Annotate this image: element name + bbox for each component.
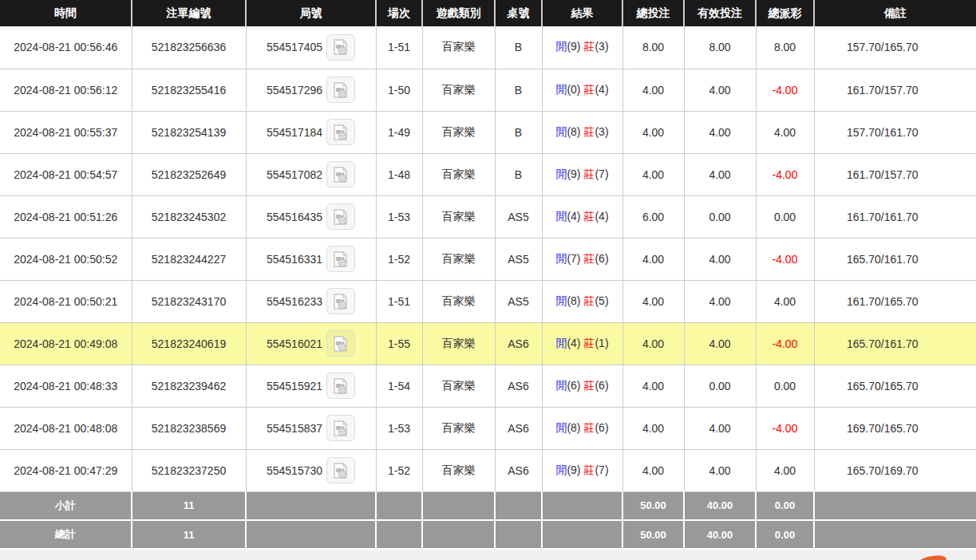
bet-id-cell: 521823254139 — [132, 111, 246, 153]
table-row[interactable]: 2024-08-21 00:48:08 521823238569 5545158… — [0, 407, 976, 449]
table-row[interactable]: 2024-08-21 00:54:57 521823252649 5545170… — [0, 153, 976, 195]
result-player-label: 閒 — [555, 337, 567, 349]
remark-cell: 165.70/161.70 — [814, 238, 976, 280]
result-cell: 閒(6) 莊(6) — [542, 365, 622, 407]
table-no-cell: AS5 — [495, 238, 542, 280]
video-replay-button[interactable] — [326, 161, 355, 187]
summary-row: 小計 11 50.00 40.00 0.00 — [0, 491, 976, 520]
table-body: 2024-08-21 00:56:46 521823256636 5545174… — [0, 26, 976, 491]
time-cell: 2024-08-21 00:54:57 — [0, 153, 132, 195]
round-number: 554516021 — [267, 337, 322, 350]
result-banker-score: (4) — [595, 210, 608, 223]
round-number: 554516233 — [267, 295, 322, 308]
session-cell: 1-55 — [376, 322, 422, 365]
video-replay-button[interactable] — [326, 34, 355, 61]
video-replay-button[interactable] — [326, 288, 355, 314]
round-number: 554517405 — [267, 41, 322, 53]
table-row[interactable]: 2024-08-21 00:50:52 521823244227 5545163… — [0, 238, 976, 280]
bet-id-cell: 521823256636 — [132, 26, 246, 69]
result-banker-label: 莊 — [583, 83, 595, 96]
table-no-cell: B — [495, 153, 542, 195]
game-type-cell: 百家樂 — [422, 322, 495, 365]
valid-bet-cell: 8.00 — [684, 26, 756, 69]
video-replay-button[interactable] — [326, 457, 355, 483]
table-row[interactable]: 2024-08-21 00:48:33 521823239462 5545159… — [0, 365, 976, 407]
video-replay-button[interactable] — [326, 203, 355, 230]
table-row[interactable]: 2024-08-21 00:47:29 521823237250 5545157… — [0, 449, 976, 491]
remark-cell: 165.70/169.70 — [814, 449, 976, 491]
time-cell: 2024-08-21 00:48:08 — [0, 407, 132, 449]
payout-cell: 8.00 — [756, 26, 814, 69]
round-cell: 554515837 — [246, 407, 376, 449]
result-banker-score: (1) — [595, 337, 608, 349]
summary-payout-cell: 0.00 — [756, 520, 814, 549]
result-player-label: 閒 — [555, 421, 567, 434]
table-row[interactable]: 2024-08-21 00:49:08 521823240619 5545160… — [0, 322, 976, 365]
remark-cell: 157.70/165.70 — [814, 26, 976, 69]
payout-cell: 4.00 — [756, 449, 814, 491]
result-player-score: (0) — [567, 83, 580, 96]
video-replay-button[interactable] — [326, 415, 355, 441]
round-number: 554517184 — [267, 126, 322, 139]
bet-id-cell: 521823240619 — [132, 322, 246, 365]
time-cell: 2024-08-21 00:56:46 — [0, 26, 132, 69]
video-replay-button[interactable] — [326, 77, 355, 103]
result-player-label: 閒 — [555, 83, 567, 96]
result-cell: 閒(8) 莊(3) — [542, 111, 622, 153]
header-result: 結果 — [542, 0, 622, 26]
video-replay-button[interactable] — [326, 246, 355, 272]
result-banker-score: (7) — [595, 168, 608, 180]
summary-count-cell: 11 — [132, 491, 246, 520]
summary-label-cell: 總計 — [0, 520, 132, 549]
bet-id-cell: 521823255416 — [132, 69, 246, 111]
video-replay-icon — [331, 37, 350, 57]
round-cell: 554517082 — [246, 153, 376, 195]
result-player-label: 閒 — [555, 294, 567, 307]
bet-id-cell: 521823237250 — [132, 449, 246, 491]
video-replay-button[interactable] — [326, 373, 355, 399]
table-row[interactable]: 2024-08-21 00:56:46 521823256636 5545174… — [0, 26, 976, 69]
partial-orange-element — [919, 554, 946, 560]
game-type-cell: 百家樂 — [422, 365, 495, 407]
video-replay-icon — [331, 419, 350, 438]
video-replay-button[interactable] — [326, 330, 355, 357]
result-cell: 閒(8) 莊(6) — [542, 407, 622, 449]
total-bet-cell: 4.00 — [622, 322, 684, 365]
result-banker-label: 莊 — [583, 252, 595, 265]
table-row[interactable]: 2024-08-21 00:50:21 521823243170 5545162… — [0, 280, 976, 322]
session-cell: 1-51 — [376, 26, 422, 69]
time-cell: 2024-08-21 00:47:29 — [0, 449, 132, 491]
result-cell: 閒(4) 莊(4) — [542, 195, 622, 238]
table-row[interactable]: 2024-08-21 00:56:12 521823255416 5545172… — [0, 69, 976, 111]
table-row[interactable]: 2024-08-21 00:55:37 521823254139 5545171… — [0, 111, 976, 153]
table-no-cell: AS5 — [495, 280, 542, 322]
summary-total-bet-cell: 50.00 — [622, 491, 684, 520]
result-cell: 閒(9) 莊(7) — [542, 153, 622, 195]
session-cell: 1-49 — [376, 111, 422, 153]
result-cell: 閒(9) 莊(7) — [542, 449, 622, 491]
round-cell: 554516021 — [246, 322, 376, 365]
table-no-cell: AS6 — [495, 322, 542, 365]
table-summary: 小計 11 50.00 40.00 0.00 總計 11 50.00 40.00… — [0, 491, 976, 549]
payout-cell: 4.00 — [756, 280, 814, 322]
result-banker-score: (4) — [595, 83, 608, 96]
result-banker-score: (3) — [595, 125, 608, 138]
game-type-cell: 百家樂 — [422, 69, 495, 111]
result-player-label: 閒 — [555, 125, 567, 138]
round-cell: 554517296 — [246, 69, 376, 111]
game-type-cell: 百家樂 — [422, 26, 495, 69]
video-replay-button[interactable] — [326, 119, 355, 145]
summary-label-cell: 小計 — [0, 491, 132, 520]
table-no-cell: B — [495, 111, 542, 153]
table-row[interactable]: 2024-08-21 00:51:26 521823245302 5545164… — [0, 195, 976, 238]
result-player-label: 閒 — [555, 168, 567, 180]
result-player-score: (9) — [567, 40, 580, 53]
table-no-cell: B — [495, 69, 542, 111]
header-table-no: 桌號 — [495, 0, 542, 26]
round-cell: 554515921 — [246, 365, 376, 407]
video-replay-icon — [331, 377, 350, 396]
summary-row: 總計 11 50.00 40.00 0.00 — [0, 520, 976, 549]
payout-cell: 0.00 — [756, 195, 814, 238]
header-valid-bet: 有效投注 — [684, 0, 756, 26]
valid-bet-cell: 4.00 — [684, 449, 756, 491]
